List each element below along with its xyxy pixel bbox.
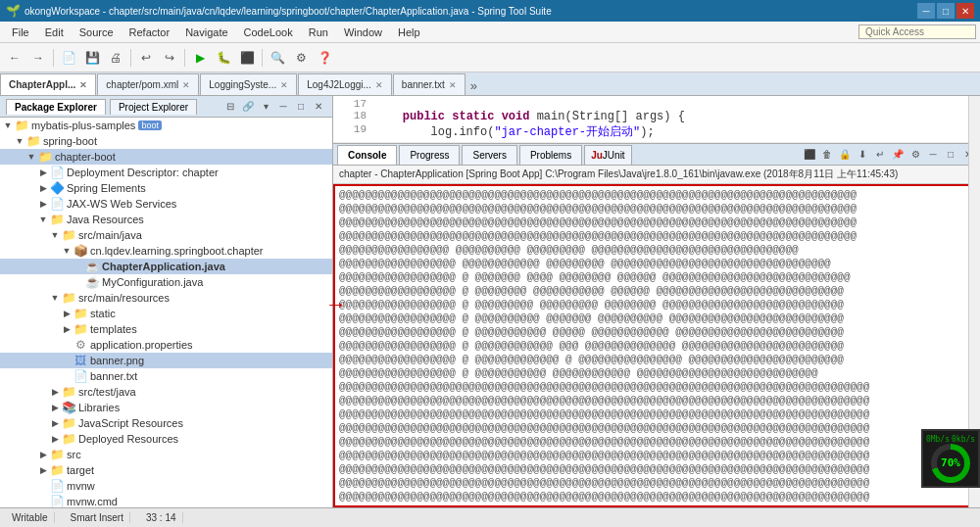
tree-item[interactable]: ▼📁chapter-boot [0,149,332,165]
tree-item[interactable]: ☕MyConfiguration.java [0,274,332,290]
close-icon-4[interactable]: ✕ [449,80,457,90]
menu-navigate[interactable]: Navigate [177,24,235,40]
collapse-all-icon[interactable]: ⊟ [222,99,238,115]
panel-close-icon[interactable]: ✕ [311,99,326,115]
toolbar-run[interactable]: ▶ [189,47,211,69]
panel-tab-project[interactable]: Project Explorer [110,99,197,115]
console-tab-problems[interactable]: Problems [519,145,582,165]
toolbar-print[interactable]: 🖨 [105,47,126,69]
tree-item[interactable]: ☕ChapterApplication.java [0,259,332,274]
panel-menu-icon[interactable]: ▾ [258,99,273,115]
tree-item[interactable]: ▶📁Deployed Resources [0,431,332,447]
tree-item[interactable]: ▶📄JAX-WS Web Services [0,196,332,212]
tree-arrow-icon[interactable]: ▶ [61,309,73,318]
tree-item[interactable]: ▼📁spring-boot [0,133,332,149]
tree-arrow-icon[interactable]: ▶ [37,450,49,459]
link-editor-icon[interactable]: 🔗 [240,99,256,115]
tree-item[interactable]: ▶📄Deployment Descriptor: chapter [0,165,332,180]
tree-item[interactable]: 🖼banner.png [0,353,332,368]
menu-window[interactable]: Window [336,24,390,40]
tree-arrow-icon[interactable]: ▶ [61,324,73,334]
tab-overflow-button[interactable]: » [466,76,481,95]
menu-run[interactable]: Run [301,24,336,40]
tree-arrow-icon[interactable]: ▶ [37,199,49,209]
console-pin-icon[interactable]: 📌 [890,147,906,163]
editor-tab-3[interactable]: Log4J2Loggi... ✕ [298,73,392,95]
tree-arrow-icon[interactable]: ▶ [49,418,61,428]
console-tab-progress[interactable]: Progress [399,145,460,165]
tree-item[interactable]: ▶📁target [0,462,332,478]
tree-arrow-icon[interactable]: ▼ [49,230,61,240]
tree-item[interactable]: 📄mvnw.cmd [0,494,332,507]
toolbar-search[interactable]: 🔍 [267,47,288,69]
console-settings-icon[interactable]: ⚙ [907,147,923,163]
tree-arrow-icon[interactable]: ▶ [37,183,49,193]
console-tab-console[interactable]: Console [337,145,397,165]
maximize-button[interactable]: □ [937,3,955,19]
toolbar-forward[interactable]: → [27,47,49,69]
close-icon-2[interactable]: ✕ [280,80,288,90]
editor-tab-2[interactable]: LoggingSyste... ✕ [200,73,297,95]
tree-item[interactable]: ▼📁Java Resources [0,212,332,227]
close-button[interactable]: ✕ [956,3,974,19]
close-icon-1[interactable]: ✕ [182,80,190,90]
menu-edit[interactable]: Edit [37,24,72,40]
tree-item[interactable]: 📄mvnw [0,478,332,494]
console-scroll-icon[interactable]: ⬇ [855,147,870,163]
menu-refactor[interactable]: Refactor [122,24,178,40]
code-content[interactable]: 17 18 public static void main(String[] a… [333,96,980,142]
console-tab-junit[interactable]: Ju JUnit [584,145,631,165]
tree-item[interactable]: ▶📁src/test/java [0,384,332,400]
tree-arrow-icon[interactable]: ▶ [49,434,61,444]
toolbar-redo[interactable]: ↪ [159,47,180,69]
console-output[interactable]: @@@@@@@@@@@@@@@@@@@@@@@@@@@@@@@@@@@@@@@@… [333,184,980,507]
console-clear-icon[interactable]: 🗑 [819,147,835,163]
editor-tab-1[interactable]: chapter/pom.xml ✕ [97,73,199,95]
menu-help[interactable]: Help [390,24,428,40]
toolbar-settings[interactable]: ⚙ [290,47,312,69]
toolbar-new[interactable]: 📄 [58,47,79,69]
tree-arrow-icon[interactable]: ▼ [49,293,61,303]
toolbar-undo[interactable]: ↩ [135,47,157,69]
panel-maximize-icon[interactable]: □ [293,99,309,115]
quick-access-input[interactable] [858,24,976,39]
tree-arrow-icon[interactable]: ▼ [37,215,49,224]
toolbar-save[interactable]: 💾 [81,47,103,69]
tree-item[interactable]: ▶📁static [0,306,332,321]
toolbar-stop[interactable]: ⬛ [236,47,258,69]
editor-scrollbar[interactable] [968,96,980,144]
toolbar-back[interactable]: ← [4,47,25,69]
editor-tab-4[interactable]: banner.txt ✕ [393,73,466,95]
close-icon-0[interactable]: ✕ [79,80,87,90]
console-maximize-icon[interactable]: □ [943,147,958,163]
tree-arrow-icon[interactable]: ▼ [14,136,25,146]
console-wrap-icon[interactable]: ↵ [872,147,888,163]
tree-arrow-icon[interactable]: ▼ [25,152,37,162]
menu-codelook[interactable]: CodeLook [236,24,301,40]
tree-arrow-icon[interactable]: ▶ [49,387,61,397]
tree-arrow-icon[interactable]: ▶ [37,168,49,177]
tree-item[interactable]: ▶📁src [0,447,332,462]
tree-item[interactable]: ▶🔷Spring Elements [0,180,332,196]
menu-source[interactable]: Source [72,24,122,40]
editor-tab-0[interactable]: ChapterAppl... ✕ [0,73,96,95]
toolbar-help[interactable]: ❓ [314,47,335,69]
tree-arrow-icon[interactable]: ▶ [37,465,49,475]
close-icon-3[interactable]: ✕ [375,80,383,90]
panel-tab-package[interactable]: Package Explorer [6,99,106,115]
tree-item[interactable]: 📄banner.txt [0,368,332,384]
tree-arrow-icon[interactable]: ▼ [61,246,73,256]
tree-item[interactable]: ⚙application.properties [0,337,332,353]
tree-item[interactable]: ▼📁src/main/resources [0,290,332,306]
console-stop-icon[interactable]: ⬛ [802,147,817,163]
toolbar-debug[interactable]: 🐛 [213,47,234,69]
console-tab-servers[interactable]: Servers [462,145,516,165]
tree-arrow-icon[interactable]: ▼ [2,120,14,130]
console-minimize-icon[interactable]: ─ [925,147,941,163]
minimize-button[interactable]: ─ [917,3,935,19]
tree-item[interactable]: ▶📁templates [0,321,332,337]
tree-item[interactable]: ▼📁src/main/java [0,227,332,243]
tree-item[interactable]: ▶📚Libraries [0,400,332,415]
menu-file[interactable]: File [4,24,37,40]
panel-minimize-icon[interactable]: ─ [275,99,291,115]
